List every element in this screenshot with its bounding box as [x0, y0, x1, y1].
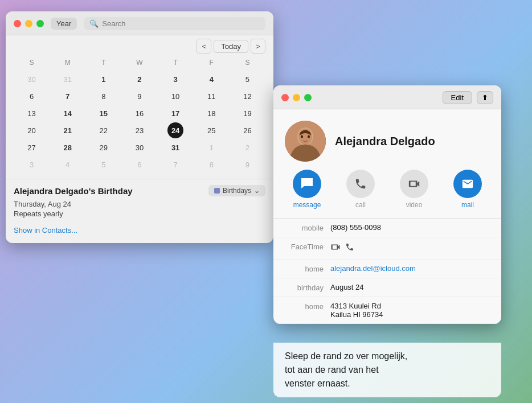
event-title: Alejandra Delgado's Birthday	[14, 186, 133, 196]
cal-cell[interactable]: 11	[203, 88, 219, 104]
show-in-contacts-link[interactable]: Show in Contacts...	[14, 226, 77, 235]
cal-cell[interactable]: 14	[60, 105, 76, 121]
search-field[interactable]: 🔍	[84, 17, 265, 30]
event-date: Thursday, Aug 24	[14, 200, 265, 208]
cal-cell[interactable]: 30	[24, 71, 40, 87]
window-controls	[14, 20, 44, 27]
cal-cell[interactable]: 31	[60, 71, 76, 87]
cal-cell[interactable]: 8	[203, 157, 219, 172]
cal-cell[interactable]: 4	[60, 157, 76, 172]
cal-cell[interactable]: 16	[132, 105, 148, 121]
cal-cell[interactable]: 31	[167, 139, 183, 155]
cal-cell[interactable]: 2	[239, 139, 255, 155]
cal-cell[interactable]: 2	[132, 71, 148, 87]
cal-cell[interactable]: 28	[60, 139, 76, 155]
cal-cell[interactable]: 18	[203, 105, 219, 121]
today-cell[interactable]: 24	[167, 122, 183, 138]
home-email-value[interactable]: alejandra.del@icloud.com	[330, 264, 490, 273]
year-button[interactable]: Year	[51, 18, 77, 30]
day-header-mon: M	[50, 57, 85, 68]
caption-text: Sleep de rand zo ver mogelijk,tot aan de…	[285, 349, 490, 390]
cal-cell[interactable]: 26	[239, 122, 255, 138]
close-button[interactable]	[14, 20, 21, 27]
facetime-video-icon[interactable]	[330, 242, 341, 254]
cal-cell[interactable]: 8	[96, 88, 112, 104]
next-button[interactable]: >	[251, 39, 265, 54]
facetime-phone-icon[interactable]	[345, 242, 354, 254]
badge-label: Birthdays	[223, 187, 251, 195]
minimize-button[interactable]	[25, 20, 32, 27]
cal-cell[interactable]: 9	[239, 157, 255, 172]
mobile-value[interactable]: (808) 555-0098	[330, 223, 490, 232]
day-header-fri: F	[194, 57, 230, 68]
cal-cell[interactable]: 23	[132, 122, 148, 138]
calendar-row: 30 31 1 2 3 4 5	[14, 71, 265, 88]
home-address-value: 4313 Kuulei RdKailua HI 96734	[330, 302, 490, 319]
calendar-badge[interactable]: Birthdays ⌄	[208, 185, 265, 196]
contact-fields: mobile (808) 555-0098 FaceTime home alej…	[273, 218, 501, 324]
calendar-row: 3 4 5 6 7 8 9	[14, 156, 265, 173]
cal-cell[interactable]: 6	[24, 88, 40, 104]
contact-window-controls	[281, 94, 312, 101]
cal-cell[interactable]: 7	[167, 157, 183, 172]
contact-close-button[interactable]	[281, 94, 289, 101]
cal-cell[interactable]: 7	[60, 88, 76, 104]
cal-cell[interactable]: 13	[24, 105, 40, 121]
caption-area: Sleep de rand zo ver mogelijk,tot aan de…	[273, 343, 501, 397]
video-icon	[400, 170, 428, 198]
field-facetime: FaceTime	[273, 237, 501, 260]
cal-cell[interactable]: 22	[96, 122, 112, 138]
facetime-label: FaceTime	[285, 242, 330, 251]
contact-header: Alejandra Delgado	[273, 109, 501, 170]
cal-cell[interactable]: 10	[167, 88, 183, 104]
call-action[interactable]: call	[336, 170, 385, 209]
cal-cell[interactable]: 1	[96, 71, 112, 87]
mail-icon	[453, 170, 482, 198]
prev-button[interactable]: <	[197, 39, 211, 54]
search-input[interactable]	[102, 19, 260, 28]
share-icon: ⬆	[482, 93, 488, 102]
cal-cell[interactable]: 12	[239, 88, 255, 104]
mail-label: mail	[461, 201, 474, 209]
cal-cell[interactable]: 1	[203, 139, 219, 155]
contact-maximize-button[interactable]	[304, 94, 312, 101]
video-action[interactable]: video	[390, 170, 439, 209]
cal-cell[interactable]: 25	[203, 122, 219, 138]
message-icon	[293, 170, 321, 198]
calendar-grid: S M T W T F S 30 31 1 2 3 4 5 6 7 8 9 10…	[6, 57, 273, 179]
cal-cell[interactable]: 4	[203, 71, 219, 87]
maximize-button[interactable]	[36, 20, 44, 27]
home-address-label: home	[285, 302, 330, 311]
message-action[interactable]: message	[283, 170, 332, 209]
mail-action[interactable]: mail	[443, 170, 492, 209]
cal-cell[interactable]: 6	[132, 157, 148, 172]
call-label: call	[355, 201, 366, 209]
cal-cell[interactable]: 3	[167, 71, 183, 87]
svg-point-5	[308, 135, 310, 138]
cal-cell[interactable]: 27	[24, 139, 40, 155]
birthday-label: birthday	[285, 283, 330, 292]
calendar-row: 6 7 8 9 10 11 12	[14, 88, 265, 105]
calendar-titlebar: Year 🔍	[6, 11, 273, 35]
cal-cell[interactable]: 29	[96, 139, 112, 155]
chevron-down-icon: ⌄	[254, 187, 260, 195]
share-button[interactable]: ⬆	[477, 91, 493, 104]
cal-cell[interactable]: 21	[60, 122, 76, 138]
cal-cell[interactable]: 5	[239, 71, 255, 87]
field-birthday: birthday August 24	[273, 278, 501, 297]
contact-minimize-button[interactable]	[293, 94, 300, 101]
cal-cell[interactable]: 17	[167, 105, 183, 121]
event-title-row: Alejandra Delgado's Birthday Birthdays ⌄	[14, 185, 265, 196]
cal-cell[interactable]: 3	[24, 157, 40, 172]
today-button[interactable]: Today	[214, 40, 248, 53]
svg-point-4	[301, 135, 303, 138]
cal-cell[interactable]: 20	[24, 122, 40, 138]
cal-cell[interactable]: 5	[96, 157, 112, 172]
cal-cell[interactable]: 19	[239, 105, 255, 121]
calendar-nav: < Today >	[6, 35, 273, 57]
cal-cell[interactable]: 15	[96, 105, 112, 121]
cal-cell[interactable]: 30	[132, 139, 148, 155]
cal-cell[interactable]: 9	[132, 88, 148, 104]
video-label: video	[406, 201, 423, 209]
edit-button[interactable]: Edit	[443, 91, 472, 104]
